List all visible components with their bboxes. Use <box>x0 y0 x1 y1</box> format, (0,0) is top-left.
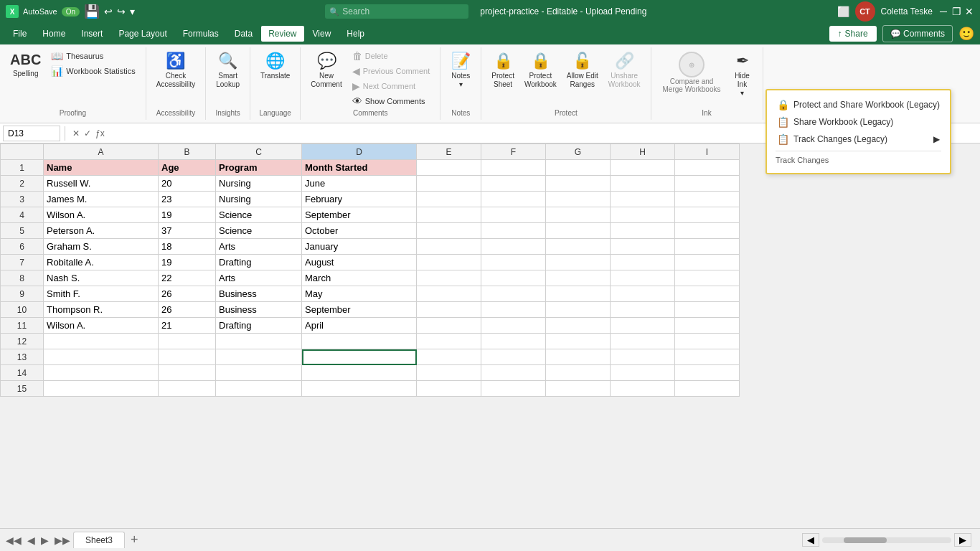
cell-B1[interactable]: Age <box>159 160 216 176</box>
spelling-button[interactable]: ABC Spelling <box>6 49 45 92</box>
redo-icon[interactable]: ↪ <box>117 6 126 17</box>
menu-help[interactable]: Help <box>339 26 372 42</box>
col-header-A[interactable]: A <box>44 144 159 160</box>
row-header-3[interactable]: 3 <box>1 192 44 207</box>
insert-function-icon[interactable]: ƒx <box>95 128 105 138</box>
cancel-formula-icon[interactable]: ✕ <box>72 128 80 138</box>
cell-C10[interactable]: Business <box>216 302 302 318</box>
sheet-tab-sheet3[interactable]: Sheet3 <box>73 532 125 548</box>
new-comment-button[interactable]: 💬 NewComment <box>306 49 346 92</box>
cell-A13[interactable] <box>44 349 159 365</box>
cell-E1[interactable] <box>417 160 481 176</box>
col-header-H[interactable]: H <box>611 144 675 160</box>
cell-D4[interactable]: September <box>302 207 417 223</box>
cell-G14[interactable] <box>546 365 611 381</box>
row-header-9[interactable]: 9 <box>1 286 44 302</box>
cell-D15[interactable] <box>302 381 417 397</box>
cell-C7[interactable]: Drafting <box>216 255 302 270</box>
cell-A8[interactable]: Nash S. <box>44 270 159 286</box>
col-header-I[interactable]: I <box>675 144 740 160</box>
row-header-5[interactable]: 5 <box>1 223 44 239</box>
cell-A2[interactable]: Russell W. <box>44 176 159 192</box>
cell-E8[interactable] <box>417 270 481 286</box>
save-icon[interactable]: 💾 <box>84 4 100 19</box>
row-header-11[interactable]: 11 <box>1 318 44 334</box>
cell-D5[interactable]: October <box>302 223 417 239</box>
protect-workbook-button[interactable]: 🔒 ProtectWorkbook <box>520 49 561 92</box>
cell-A9[interactable]: Smith F. <box>44 286 159 302</box>
add-sheet-button[interactable]: + <box>126 532 143 547</box>
tab-prev-button[interactable]: ◀◀ <box>3 534 24 546</box>
menu-insert[interactable]: Insert <box>74 26 110 42</box>
row-header-1[interactable]: 1 <box>1 160 44 176</box>
cell-G5[interactable] <box>546 223 611 239</box>
cell-B7[interactable]: 19 <box>159 255 216 270</box>
cell-C11[interactable]: Drafting <box>216 318 302 334</box>
cell-I2[interactable] <box>675 176 740 192</box>
cell-E3[interactable] <box>417 192 481 207</box>
row-header-8[interactable]: 8 <box>1 270 44 286</box>
cell-F2[interactable] <box>481 176 546 192</box>
menu-review[interactable]: Review <box>261 26 303 42</box>
cell-A14[interactable] <box>44 365 159 381</box>
cell-I5[interactable] <box>675 223 740 239</box>
cell-I11[interactable] <box>675 318 740 334</box>
row-header-14[interactable]: 14 <box>1 365 44 381</box>
cell-E10[interactable] <box>417 302 481 318</box>
undo-icon[interactable]: ↩ <box>104 6 113 17</box>
cell-H3[interactable] <box>611 192 675 207</box>
tab-next-button[interactable]: ▶▶ <box>52 534 73 546</box>
cell-C2[interactable]: Nursing <box>216 176 302 192</box>
cell-D7[interactable]: August <box>302 255 417 270</box>
cell-B4[interactable]: 19 <box>159 207 216 223</box>
workbook-stats-button[interactable]: 📊 Workbook Statistics <box>47 64 139 78</box>
cell-I10[interactable] <box>675 302 740 318</box>
col-header-B[interactable]: B <box>159 144 216 160</box>
cell-A12[interactable] <box>44 334 159 349</box>
col-header-D[interactable]: D <box>302 144 417 160</box>
row-header-2[interactable]: 2 <box>1 176 44 192</box>
cell-G9[interactable] <box>546 286 611 302</box>
scroll-right-button[interactable]: ▶ <box>954 533 971 547</box>
row-header-15[interactable]: 15 <box>1 381 44 397</box>
col-header-G[interactable]: G <box>546 144 611 160</box>
cell-B8[interactable]: 22 <box>159 270 216 286</box>
row-header-13[interactable]: 13 <box>1 349 44 365</box>
spreadsheet-main[interactable]: A B C D E F G H I 1NameAgeProgramMonth S… <box>0 143 980 528</box>
cell-F15[interactable] <box>481 381 546 397</box>
cell-I15[interactable] <box>675 381 740 397</box>
horizontal-scrollbar[interactable] <box>822 537 951 543</box>
row-header-4[interactable]: 4 <box>1 207 44 223</box>
share-workbook-legacy-item[interactable]: 📋 Share Workbook (Legacy) <box>776 113 941 131</box>
cell-C15[interactable] <box>216 381 302 397</box>
cell-F1[interactable] <box>481 160 546 176</box>
cell-F3[interactable] <box>481 192 546 207</box>
protect-share-workbook-item[interactable]: 🔒 Protect and Share Workbook (Legacy) <box>776 96 941 113</box>
cell-H11[interactable] <box>611 318 675 334</box>
cell-H8[interactable] <box>611 270 675 286</box>
cell-reference-input[interactable] <box>3 126 60 141</box>
cell-E13[interactable] <box>417 349 481 365</box>
cell-A6[interactable]: Graham S. <box>44 239 159 255</box>
cell-C13[interactable] <box>216 349 302 365</box>
share-button[interactable]: ↑ Share <box>829 26 877 42</box>
cell-C4[interactable]: Science <box>216 207 302 223</box>
row-header-12[interactable]: 12 <box>1 334 44 349</box>
cell-I1[interactable] <box>675 160 740 176</box>
row-header-7[interactable]: 7 <box>1 255 44 270</box>
compare-merge-workbooks-button[interactable]: ⊕ Compare andMerge Workbooks <box>657 49 727 96</box>
thesaurus-button[interactable]: 📖 Thesaurus <box>47 49 139 63</box>
menu-formulas[interactable]: Formulas <box>176 26 226 42</box>
scroll-left-button[interactable]: ◀ <box>802 533 819 547</box>
cell-G15[interactable] <box>546 381 611 397</box>
search-input[interactable] <box>325 4 468 19</box>
protect-sheet-button[interactable]: 🔒 ProtectSheet <box>487 49 519 92</box>
cell-B5[interactable]: 37 <box>159 223 216 239</box>
minimize-button[interactable]: ─ <box>938 6 948 17</box>
prev-comment-button[interactable]: ◀ Previous Comment <box>348 64 435 78</box>
cell-H5[interactable] <box>611 223 675 239</box>
cell-D8[interactable]: March <box>302 270 417 286</box>
cell-D3[interactable]: February <box>302 192 417 207</box>
emoji-button[interactable]: 🙂 <box>958 26 974 42</box>
cell-H1[interactable] <box>611 160 675 176</box>
